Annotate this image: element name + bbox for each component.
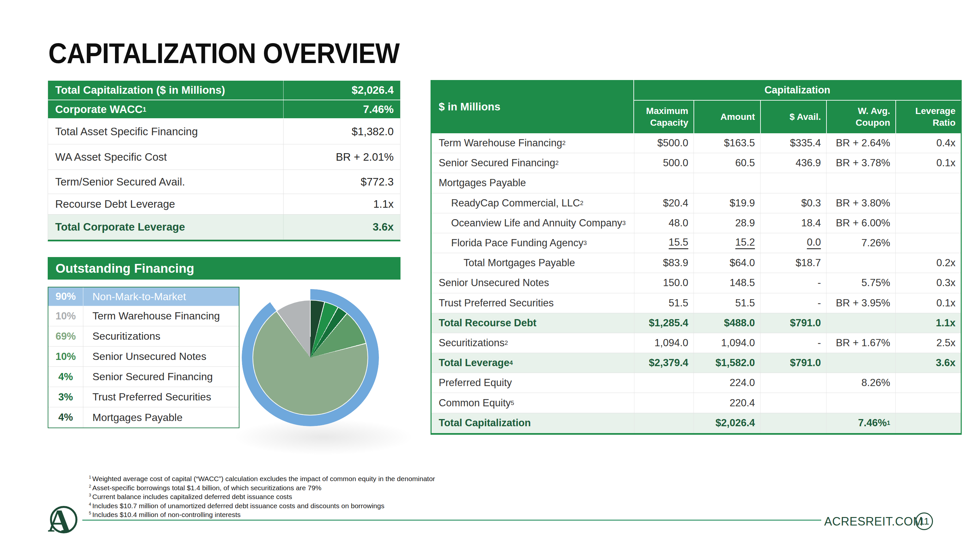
cell-avail: - [760, 293, 826, 313]
cell-avail: 0.0 [760, 233, 826, 253]
row-label: Common Equity 5 [431, 393, 634, 413]
cell-coupon [826, 173, 896, 193]
cell-amt: 28.9 [694, 213, 760, 233]
cell-max: $20.4 [634, 193, 694, 213]
table-row: Total Capitalization$2,026.47.46% 1 [431, 413, 961, 433]
table-row: Preferred Equity224.08.26% [431, 373, 961, 393]
legend-percent: 10% [48, 306, 83, 326]
table-row: Oceanview Life and Annuity Company 348.0… [431, 213, 961, 233]
summary-row: WA Asset Specific CostBR + 2.01% [48, 144, 400, 170]
legend-row: 90%Non-Mark-to-Market [48, 287, 239, 306]
footnote: 2 Asset-specific borrowings total $1.4 b… [89, 483, 435, 492]
capitalization-column-headers: Maximum CapacityAmount$ Avail.W. Avg. Co… [634, 101, 961, 133]
cell-ratio: 0.1x [896, 153, 961, 173]
financing-legend-table: 90%Non-Mark-to-Market10%Term Warehouse F… [48, 287, 239, 428]
column-header-3: $ Avail. [760, 101, 826, 133]
row-label: Florida Pace Funding Agency 3 [431, 233, 634, 253]
legend-percent: 10% [48, 346, 83, 367]
cell-ratio [896, 413, 961, 433]
cell-ratio: 0.1x [896, 293, 961, 313]
summary-row-label: Total Capitalization ($ in Millions) [48, 81, 283, 100]
cell-avail: $0.3 [760, 193, 826, 213]
cell-ratio: 3.6x [896, 353, 961, 373]
cell-ratio [896, 233, 961, 253]
cell-ratio: 2.5x [896, 333, 961, 353]
footnote: 3 Current balance includes capitalized d… [89, 492, 435, 501]
outstanding-financing-title: Outstanding Financing [56, 261, 194, 276]
cell-max [634, 373, 694, 392]
summary-row-value: 1.1x [283, 194, 400, 214]
pie-chart [242, 289, 379, 426]
legend-label: Senior Secured Financing [83, 367, 239, 387]
column-header-4: W. Avg. Coupon [826, 101, 896, 133]
cell-amt: $64.0 [694, 253, 760, 273]
cell-avail [760, 413, 826, 433]
table-row: Mortgages Payable [431, 173, 961, 193]
cell-amt: 15.2 [694, 233, 760, 253]
cell-coupon [826, 353, 896, 373]
cell-coupon: 5.75% [826, 273, 896, 293]
legend-percent: 90% [48, 287, 83, 306]
table-row: Florida Pace Funding Agency 315.515.20.0… [431, 233, 961, 253]
cell-coupon: BR + 3.80% [826, 193, 896, 213]
page-number-badge: 11 [915, 513, 933, 530]
cell-coupon: BR + 6.00% [826, 213, 896, 233]
cell-avail [760, 373, 826, 392]
footnote: 1 Weighted average cost of capital (“WAC… [89, 474, 435, 483]
summary-row: Total Asset Specific Financing$1,382.0 [48, 119, 400, 144]
legend-row: 69%Securitizations [48, 326, 239, 346]
table-row: Total Mortgages Payable$83.9$64.0$18.70.… [431, 253, 961, 273]
cell-ratio [896, 213, 961, 233]
summary-row-label: Recourse Debt Leverage [48, 194, 283, 214]
cell-amt: 60.5 [694, 153, 760, 173]
summary-row-label: WA Asset Specific Cost [48, 144, 283, 170]
cell-avail [760, 393, 826, 413]
column-header-5: Leverage Ratio [896, 101, 961, 133]
cell-ratio [896, 373, 961, 392]
legend-percent: 4% [48, 367, 83, 387]
cell-max [634, 173, 694, 193]
cell-coupon: 7.26% [826, 233, 896, 253]
cell-max [634, 413, 694, 433]
legend-label: Senior Unsecured Notes [83, 346, 239, 367]
cell-max: $500.0 [634, 133, 694, 153]
legend-label: Securitizations [83, 326, 239, 346]
cell-ratio: 0.3x [896, 273, 961, 293]
row-label: Senior Unsecured Notes [431, 273, 634, 293]
cell-coupon: BR + 3.78% [826, 153, 896, 173]
units-label: $ in Millions [431, 80, 634, 133]
cell-amt: 1,094.0 [694, 333, 760, 353]
cell-avail: 436.9 [760, 153, 826, 173]
footnotes: 1 Weighted average cost of capital (“WAC… [89, 474, 435, 519]
summary-row-value: 7.46% [283, 100, 400, 118]
legend-percent: 69% [48, 326, 83, 346]
table-row: Total Leverage 4$2,379.4$1,582.0$791.03.… [431, 353, 961, 373]
row-label: Term Warehouse Financing 2 [431, 133, 634, 153]
column-header-2: Amount [694, 101, 760, 133]
legend-label: Mortgages Payable [83, 407, 239, 427]
legend-row: 4%Senior Secured Financing [48, 367, 239, 387]
cell-amt: 51.5 [694, 293, 760, 313]
summary-row: Total Corporate Leverage3.6x [48, 214, 400, 240]
footnote: 5 Includes $10.4 million of non-controll… [89, 510, 435, 519]
cell-max: $2,379.4 [634, 353, 694, 373]
summary-row-label: Total Corporate Leverage [48, 214, 283, 240]
footer-rule [82, 520, 821, 521]
legend-row: 10%Term Warehouse Financing [48, 306, 239, 326]
summary-row-label: Corporate WACC 1 [48, 100, 283, 118]
row-label: Total Recourse Debt [431, 313, 634, 333]
row-label: Total Mortgages Payable [431, 253, 634, 273]
legend-label: Non-Mark-to-Market [83, 287, 239, 306]
cell-max: 51.5 [634, 293, 694, 313]
summary-row-value: 3.6x [283, 214, 400, 240]
legend-row: 3%Trust Preferred Securities [48, 387, 239, 407]
row-label: ReadyCap Commercial, LLC 2 [431, 193, 634, 213]
legend-label: Trust Preferred Securities [83, 387, 239, 407]
cell-ratio [896, 193, 961, 213]
cell-avail: $335.4 [760, 133, 826, 153]
footnote: 4 Includes $10.7 million of unamortized … [89, 501, 435, 510]
cell-coupon: BR + 1.67% [826, 333, 896, 353]
row-label: Preferred Equity [431, 373, 634, 392]
cell-coupon: 8.26% [826, 373, 896, 392]
cell-avail: - [760, 333, 826, 353]
